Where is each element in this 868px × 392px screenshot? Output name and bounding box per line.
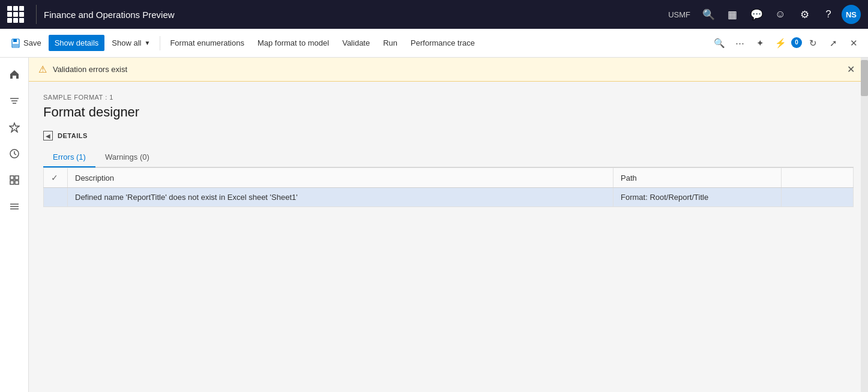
smiley-icon[interactable]: ☺ — [770, 4, 791, 25]
toolbar-refresh-button[interactable]: ↻ — [803, 34, 822, 53]
save-icon — [11, 38, 20, 48]
check-icon: ✓ — [51, 173, 58, 182]
tenant-label: USMF — [668, 10, 690, 19]
breadcrumb: SAMPLE FORMAT : 1 — [43, 94, 854, 101]
run-button[interactable]: Run — [377, 35, 403, 51]
svg-rect-11 — [15, 181, 19, 184]
sidebar-filter-icon[interactable] — [2, 89, 26, 113]
row-extra-cell — [782, 188, 854, 207]
col-check: ✓ — [44, 168, 68, 188]
validation-banner: ⚠ Validation errors exist ✕ — [29, 58, 868, 82]
toolbar-search-button[interactable]: 🔍 — [710, 34, 729, 53]
toolbar: Save Show details Show all ▼ Format enum… — [0, 29, 868, 58]
banner-close-button[interactable]: ✕ — [843, 62, 858, 76]
scroll-thumb[interactable] — [861, 60, 868, 96]
show-all-button[interactable]: Show all ▼ — [106, 35, 156, 51]
main-layout: ⚠ Validation errors exist ✕ SAMPLE FORMA… — [0, 58, 868, 392]
top-bar: Finance and Operations Preview USMF 🔍 ▦ … — [0, 0, 868, 29]
app-title: Finance and Operations Preview — [41, 10, 668, 20]
top-divider — [36, 5, 37, 24]
notification-icon[interactable]: ▦ — [722, 4, 743, 25]
svg-rect-1 — [13, 39, 17, 42]
sidebar — [0, 58, 29, 392]
sidebar-item-grid[interactable] — [2, 168, 26, 192]
col-description: Description — [68, 168, 613, 188]
toolbar-close-button[interactable]: ✕ — [844, 34, 863, 53]
apps-icon[interactable] — [7, 6, 24, 23]
details-label: DETAILS — [58, 132, 88, 139]
show-all-dropdown-icon: ▼ — [145, 40, 151, 46]
map-format-button[interactable]: Map format to model — [252, 35, 335, 51]
details-header: ◀ DETAILS — [43, 131, 854, 140]
toolbar-right: 🔍 ⋯ ✦ ⚡ 0 ↻ ➚ ✕ — [710, 34, 863, 53]
search-icon[interactable]: 🔍 — [698, 4, 719, 25]
table-row[interactable]: Defined name 'ReportTitle' does not exis… — [44, 188, 854, 207]
help-icon[interactable]: ? — [818, 4, 839, 25]
validation-message: Validation errors exist — [53, 65, 837, 74]
error-table: ✓ Description Path Defined name 'ReportT… — [43, 167, 854, 207]
table-header-row: ✓ Description Path — [44, 168, 854, 188]
avatar[interactable]: NS — [842, 5, 861, 24]
sidebar-item-favorites[interactable] — [2, 115, 26, 139]
warning-icon: ⚠ — [38, 64, 47, 75]
settings-icon[interactable]: ⚙ — [794, 4, 815, 25]
save-button[interactable]: Save — [5, 35, 47, 52]
scrollbar[interactable] — [861, 58, 868, 392]
toolbar-divider-1 — [160, 36, 160, 50]
svg-rect-8 — [10, 176, 14, 179]
toolbar-sparkle-button[interactable]: ✦ — [750, 34, 770, 53]
top-bar-right: USMF 🔍 ▦ 💬 ☺ ⚙ ? NS — [668, 4, 861, 25]
details-section: ◀ DETAILS Errors (1) Warnings (0) — [43, 131, 854, 207]
page-title: Format designer — [43, 104, 854, 120]
sidebar-item-home[interactable] — [2, 62, 26, 86]
format-enumerations-button[interactable]: Format enumerations — [164, 35, 250, 51]
tabs-container: Errors (1) Warnings (0) — [43, 148, 854, 167]
content-area: ⚠ Validation errors exist ✕ SAMPLE FORMA… — [29, 58, 868, 392]
collapse-button[interactable]: ◀ — [43, 131, 53, 140]
row-path-cell: Format: Root/Report/Title — [613, 188, 782, 207]
col-extra — [782, 168, 854, 188]
validate-button[interactable]: Validate — [336, 35, 376, 51]
notifications-badge: 0 — [791, 37, 802, 48]
tab-warnings[interactable]: Warnings (0) — [95, 148, 159, 167]
page-content: SAMPLE FORMAT : 1 Format designer ◀ DETA… — [29, 82, 868, 229]
svg-rect-9 — [15, 176, 19, 179]
row-check-cell — [44, 188, 68, 207]
col-path: Path — [613, 168, 782, 188]
chat-icon[interactable]: 💬 — [746, 4, 767, 25]
row-description-cell: Defined name 'ReportTitle' does not exis… — [68, 188, 613, 207]
sidebar-item-recent[interactable] — [2, 142, 26, 166]
show-details-button[interactable]: Show details — [49, 35, 105, 51]
svg-rect-10 — [10, 181, 14, 184]
svg-marker-6 — [10, 123, 19, 132]
toolbar-popout-button[interactable]: ➚ — [824, 34, 843, 53]
svg-rect-2 — [13, 44, 19, 47]
toolbar-more-button[interactable]: ⋯ — [730, 34, 749, 53]
toolbar-flash-button[interactable]: ⚡ — [771, 34, 790, 53]
sidebar-item-list[interactable] — [2, 194, 26, 219]
performance-trace-button[interactable]: Performance trace — [405, 35, 481, 51]
tab-errors[interactable]: Errors (1) — [43, 148, 95, 167]
